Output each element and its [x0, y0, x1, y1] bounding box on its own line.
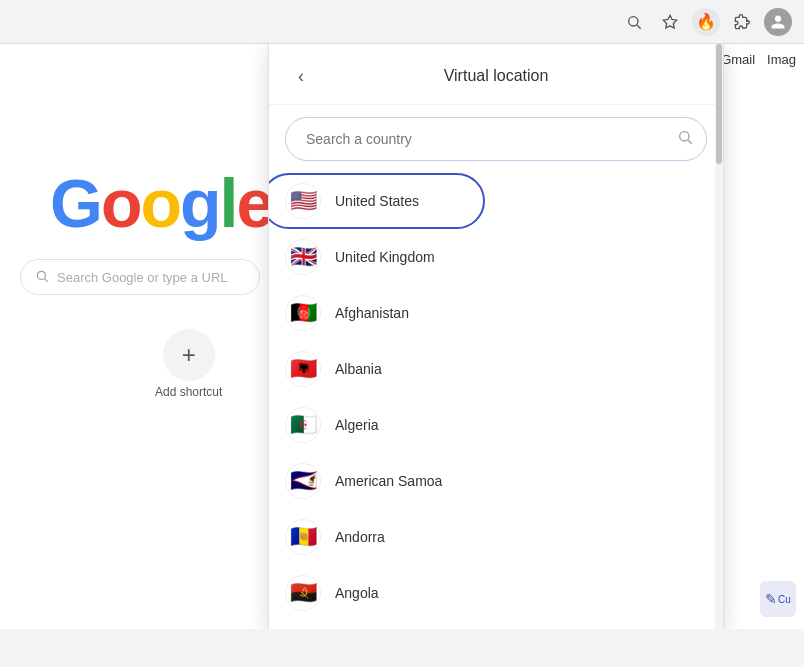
flag-ad: 🇦🇩 — [285, 519, 321, 555]
country-name-al: Albania — [335, 361, 382, 377]
flag-us: 🇺🇸 — [285, 183, 321, 219]
country-list: 🇺🇸 United States 🇬🇧 United Kingdom 🇦🇫 Af… — [269, 173, 723, 629]
country-item-uk[interactable]: 🇬🇧 United Kingdom — [269, 229, 723, 285]
search-icon-in-input — [677, 129, 693, 149]
country-name-uk: United Kingdom — [335, 249, 435, 265]
add-shortcut-circle: + — [163, 329, 215, 381]
right-top-links: Gmail Imag — [721, 52, 796, 67]
country-search-input[interactable] — [285, 117, 707, 161]
google-search-placeholder: Search Google or type a URL — [57, 270, 228, 285]
country-name-ad: Andorra — [335, 529, 385, 545]
country-name-dz: Algeria — [335, 417, 379, 433]
flag-dz: 🇩🇿 — [285, 407, 321, 443]
svg-marker-2 — [663, 15, 676, 28]
page-content: Gmail Images Google Search Google or typ… — [0, 44, 804, 629]
user-avatar-icon[interactable] — [764, 8, 792, 36]
flag-al: 🇦🇱 — [285, 351, 321, 387]
scrollbar-thumb[interactable] — [716, 44, 722, 164]
country-item-dz[interactable]: 🇩🇿 Algeria — [269, 397, 723, 453]
google-search-bar[interactable]: Search Google or type a URL — [20, 259, 260, 295]
search-browser-icon[interactable] — [620, 8, 648, 36]
add-icon: + — [182, 341, 196, 369]
flag-ao: 🇦🇴 — [285, 575, 321, 611]
back-button[interactable]: ‹ — [285, 60, 317, 92]
edit-icon: ✎ — [765, 591, 777, 607]
country-item-ao[interactable]: 🇦🇴 Angola — [269, 565, 723, 621]
flag-as: 🇦🇸 — [285, 463, 321, 499]
country-name-ao: Angola — [335, 585, 379, 601]
add-shortcut-button[interactable]: + Add shortcut — [155, 329, 222, 399]
country-name-us: United States — [335, 193, 419, 209]
country-item-ad[interactable]: 🇦🇩 Andorra — [269, 509, 723, 565]
svg-line-1 — [637, 25, 641, 29]
search-input-wrapper — [285, 117, 707, 161]
fire-extension-icon[interactable]: 🔥 — [692, 8, 720, 36]
country-name-af: Afghanistan — [335, 305, 409, 321]
country-item-us[interactable]: 🇺🇸 United States — [269, 173, 723, 229]
star-icon[interactable] — [656, 8, 684, 36]
search-container — [269, 105, 723, 173]
google-logo: Google — [50, 164, 272, 242]
svg-point-5 — [680, 132, 689, 141]
popup-title: Virtual location — [444, 67, 549, 85]
flag-af: 🇦🇫 — [285, 295, 321, 331]
images-link-right[interactable]: Imag — [767, 52, 796, 67]
right-side-area: Gmail Imag ✎ Cu — [724, 44, 804, 629]
browser-toolbar: 🔥 — [0, 0, 804, 44]
add-shortcut-label: Add shortcut — [155, 385, 222, 399]
popup-header: ‹ Virtual location — [269, 44, 723, 105]
svg-point-3 — [37, 271, 45, 279]
country-item-af[interactable]: 🇦🇫 Afghanistan — [269, 285, 723, 341]
country-item-ai[interactable]: 🇦🇮 Anguilla — [269, 621, 723, 629]
svg-line-6 — [688, 140, 692, 144]
country-item-as[interactable]: 🇦🇸 American Samoa — [269, 453, 723, 509]
popup-scrollbar[interactable] — [715, 44, 723, 629]
virtual-location-panel: ‹ Virtual location 🇺🇸 United States — [268, 44, 724, 629]
gmail-link-right[interactable]: Gmail — [721, 52, 755, 67]
search-icon-small — [35, 269, 49, 286]
edit-icon-corner[interactable]: ✎ Cu — [760, 581, 796, 617]
svg-point-0 — [629, 16, 638, 25]
country-name-as: American Samoa — [335, 473, 442, 489]
cu-label: Cu — [778, 594, 791, 605]
puzzle-icon[interactable] — [728, 8, 756, 36]
svg-line-4 — [45, 278, 48, 281]
country-item-al[interactable]: 🇦🇱 Albania — [269, 341, 723, 397]
flag-uk: 🇬🇧 — [285, 239, 321, 275]
